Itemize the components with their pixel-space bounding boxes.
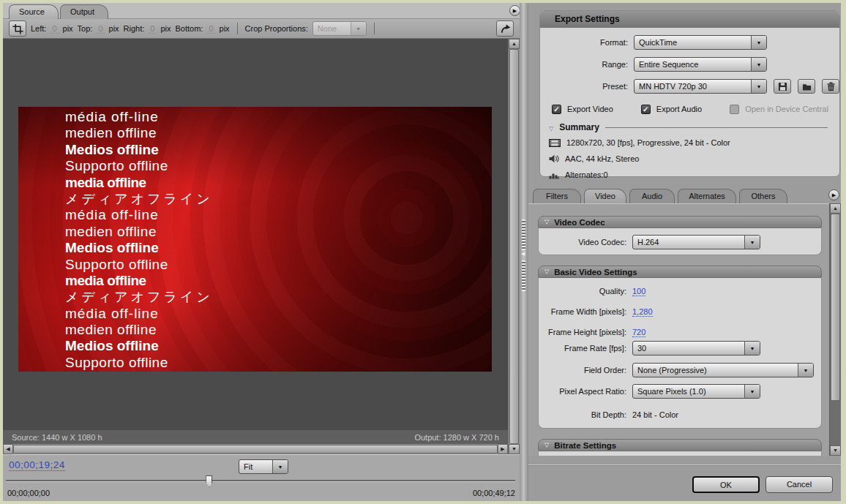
settings-panel: Export Settings Format: QuickTime ▼ Rang… — [528, 3, 841, 501]
format-dropdown[interactable]: QuickTime ▼ — [634, 35, 767, 50]
scroll-right-icon[interactable]: ▶ — [498, 444, 508, 454]
tab-alternates[interactable]: Alternates — [678, 189, 736, 203]
chevron-down-icon: ▼ — [751, 36, 766, 49]
open-device-central-label: Open in Device Central — [745, 105, 828, 113]
tab-source[interactable]: Source — [9, 4, 59, 19]
bit-depth-value: 24 bit - Color — [632, 410, 678, 419]
summary-video-text: 1280x720, 30 [fps], Progressive, 24 bit … — [566, 138, 730, 147]
view-zoom-value: Fit — [239, 460, 272, 473]
basic-video-settings-header[interactable]: ▽ Basic Video Settings — [538, 266, 822, 278]
source-dimensions: Source: 1440 w X 1080 h — [12, 433, 102, 442]
crop-proportions-dropdown: None ▼ — [312, 21, 367, 36]
open-device-central-checkbox — [730, 105, 739, 114]
preset-label: Preset: — [540, 82, 634, 91]
timeline-slider[interactable] — [6, 480, 515, 482]
video-codec-section-header[interactable]: ▽ Video Codec — [538, 216, 822, 228]
output-dimensions: Output: 1280 w X 720 h — [414, 433, 499, 442]
export-audio-checkbox[interactable]: ✓ — [641, 105, 651, 114]
settings-vertical-scrollbar[interactable]: ▲ ▼ — [829, 203, 841, 456]
delete-preset-button[interactable] — [822, 79, 839, 94]
curved-arrow-icon — [500, 23, 511, 34]
view-zoom-dropdown[interactable]: Fit ▼ — [239, 459, 288, 474]
import-preset-button[interactable] — [798, 79, 815, 94]
frame-height-label: Frame Height [pixels]: — [539, 328, 632, 336]
crop-toolbar: Left: 0 pix Top: 0 pix Right: 0 pix Bott… — [3, 19, 520, 39]
pixel-aspect-ratio-dropdown[interactable]: Square Pixels (1.0) ▼ — [632, 384, 760, 399]
preset-value: MN HDTV 720p 30 — [634, 80, 751, 93]
export-frame-button[interactable] — [496, 20, 514, 37]
media-offline-text: Supporto offline — [65, 257, 492, 273]
scroll-left-icon[interactable]: ◀ — [3, 444, 13, 454]
pix-unit: pix — [160, 24, 171, 33]
toolbar-separator — [374, 23, 375, 34]
quality-value-link[interactable]: 100 — [632, 287, 645, 296]
chevron-down-icon: ▼ — [751, 80, 766, 93]
playhead[interactable] — [206, 475, 212, 487]
media-offline-text: medien offline — [65, 322, 492, 338]
frame-rate-dropdown[interactable]: 30 ▼ — [632, 341, 760, 356]
media-offline-text: média off-line — [65, 207, 492, 223]
frame-height-value-link[interactable]: 720 — [632, 328, 645, 337]
crop-top-label: Top: — [78, 24, 93, 33]
panel-menu-icon[interactable]: ▶ — [828, 189, 839, 200]
media-offline-text: Medios offline — [65, 142, 492, 158]
settings-tabbar: Filters Video Audio Alternates Others — [530, 187, 841, 203]
chevron-down-icon: ▼ — [351, 22, 366, 35]
cancel-button[interactable]: Cancel — [765, 476, 833, 493]
tab-audio[interactable]: Audio — [629, 189, 675, 203]
bitrate-settings-title: Bitrate Settings — [554, 441, 616, 450]
tab-video[interactable]: Video — [584, 189, 626, 203]
video-codec-dropdown[interactable]: H.264 ▼ — [632, 235, 760, 249]
bit-depth-label: Bit Depth: — [539, 410, 632, 419]
frame-width-label: Frame Width [pixels]: — [539, 307, 632, 316]
scroll-down-icon[interactable]: ▼ — [830, 445, 841, 456]
disclosure-triangle-icon: ▽ — [544, 268, 549, 275]
export-video-label: Export Video — [567, 105, 613, 113]
range-dropdown[interactable]: Entire Sequence ▼ — [634, 57, 767, 72]
summary-video-row: 1280x720, 30 [fps], Progressive, 24 bit … — [549, 138, 834, 147]
tab-filters[interactable]: Filters — [533, 189, 581, 203]
disclosure-triangle-icon: ▽ — [549, 124, 553, 131]
end-timecode: 00;00;49;12 — [473, 489, 515, 497]
scroll-up-icon[interactable]: ▲ — [509, 39, 520, 49]
footer-divider — [528, 464, 841, 466]
range-label: Range: — [540, 60, 634, 69]
summary-title: Summary — [559, 122, 599, 132]
preview-vertical-scrollbar[interactable]: ▲ ▼ — [508, 39, 520, 454]
export-settings-title: Export Settings — [540, 11, 839, 28]
crop-tool-button[interactable] — [9, 20, 26, 37]
preset-dropdown[interactable]: MN HDTV 720p 30 ▼ — [634, 79, 767, 94]
field-order-dropdown[interactable]: None (Progressive) ▼ — [632, 363, 814, 377]
collapse-arrow-icon[interactable]: ◀ — [521, 251, 525, 257]
chevron-down-icon: ▼ — [744, 342, 760, 355]
media-offline-text: medien offline — [65, 125, 492, 141]
preview-horizontal-scrollbar[interactable]: ◀ ▶ — [3, 444, 508, 454]
disclosure-triangle-icon: ▽ — [544, 442, 549, 448]
folder-icon — [802, 82, 812, 91]
media-offline-text: メディアオフライン — [65, 289, 492, 305]
bitrate-settings-header[interactable]: ▽ Bitrate Settings — [538, 439, 822, 451]
tab-others[interactable]: Others — [739, 189, 787, 203]
tab-output[interactable]: Output — [60, 4, 108, 19]
bitrate-settings-body — [538, 451, 822, 456]
scroll-down-icon[interactable]: ▼ — [509, 444, 520, 454]
media-offline-text: Medios offline — [65, 240, 492, 256]
format-value: QuickTime — [634, 36, 751, 49]
frame-width-value-link[interactable]: 1,280 — [632, 307, 653, 317]
field-order-label: Field Order: — [539, 366, 632, 375]
panel-splitter[interactable]: ◀ — [520, 3, 528, 501]
scrollbar-thumb[interactable] — [509, 49, 519, 444]
ok-button[interactable]: OK — [692, 476, 760, 493]
crop-bottom-value: 0 — [207, 24, 214, 34]
export-video-checkbox[interactable]: ✓ — [552, 105, 561, 114]
panel-menu-icon[interactable]: ▶ — [509, 5, 520, 16]
summary-header[interactable]: ▽ Summary — [549, 122, 828, 132]
summary-audio-text: AAC, 44 kHz, Stereo — [565, 154, 640, 163]
scrollbar-thumb[interactable] — [13, 445, 498, 454]
scrollbar-thumb[interactable] — [831, 214, 840, 401]
current-timecode-link[interactable]: 00;00;19;24 — [9, 459, 65, 471]
chevron-down-icon: ▼ — [744, 385, 760, 398]
save-preset-button[interactable] — [774, 79, 791, 94]
scroll-up-icon[interactable]: ▲ — [830, 203, 841, 214]
summary-audio-row: AAC, 44 kHz, Stereo — [549, 154, 834, 163]
